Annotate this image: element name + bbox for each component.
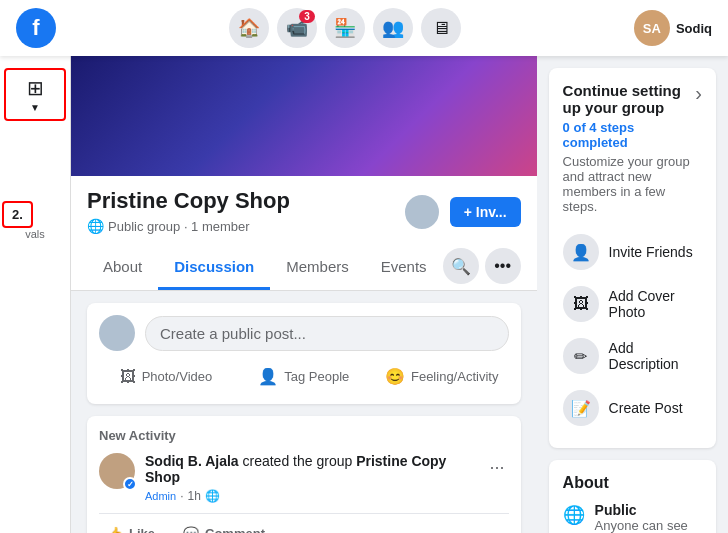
tab-discussion[interactable]: Discussion	[158, 246, 270, 290]
page-layout: ⊞ ▼ 1. 2. vals Pristine Copy Shop 🌐 Publ…	[0, 56, 728, 533]
dot-separator: ·	[180, 489, 183, 503]
admin-badge-icon: ✓	[123, 477, 137, 491]
tag-people-label: Tag People	[284, 369, 349, 384]
nav-logo[interactable]: f	[16, 8, 56, 48]
public-icon: 🌐	[563, 504, 585, 526]
comment-icon: 💬	[183, 526, 199, 533]
create-post-label: Create Post	[609, 400, 683, 416]
setup-invite-friends[interactable]: 👤 Invite Friends	[563, 226, 702, 278]
group-meta-text: Public group · 1 member	[108, 219, 250, 234]
globe-icon: 🌐	[87, 218, 104, 234]
post-box: Create a public post... 🖼 Photo/Video 👤 …	[87, 303, 521, 404]
comment-label: Comment	[205, 526, 265, 533]
about-public-desc: Anyone can see who's in the group and wh…	[595, 518, 702, 533]
video-nav-icon[interactable]: 📹 3	[277, 8, 317, 48]
feeling-label: Feeling/Activity	[411, 369, 498, 384]
feeling-icon: 😊	[385, 367, 405, 386]
tab-members[interactable]: Members	[270, 246, 365, 290]
feeling-activity-button[interactable]: 😊 Feeling/Activity	[375, 361, 509, 392]
post-actions: 🖼 Photo/Video 👤 Tag People 😊 Feeling/Act…	[99, 361, 509, 392]
username-label: Sodiq	[676, 21, 712, 36]
invite-button[interactable]: + Inv...	[450, 197, 521, 227]
photo-video-icon: 🖼	[120, 368, 136, 386]
tag-people-icon: 👤	[258, 367, 278, 386]
about-public: 🌐 Public Anyone can see who's in the gro…	[563, 502, 702, 533]
invite-friends-label: Invite Friends	[609, 244, 693, 260]
add-description-icon: ✏	[563, 338, 599, 374]
setup-add-cover[interactable]: 🖼 Add Cover Photo	[563, 278, 702, 330]
post-box-input: Create a public post...	[99, 315, 509, 351]
home-nav-icon[interactable]: 🏠	[229, 8, 269, 48]
group-header-top: Pristine Copy Shop 🌐 Public group · 1 me…	[87, 188, 521, 246]
activity-text: Sodiq B. Ajala created the group Pristin…	[145, 453, 476, 485]
admin-text: Admin	[145, 490, 176, 502]
user-avatar: SA	[634, 10, 670, 46]
create-post-icon: 📝	[563, 390, 599, 426]
groups-nav-icon[interactable]: 👥	[373, 8, 413, 48]
setup-add-description[interactable]: ✏ Add Description	[563, 330, 702, 382]
group-search-button[interactable]: 🔍	[443, 248, 479, 284]
about-card: About 🌐 Public Anyone can see who's in t…	[549, 460, 716, 533]
activity-action: created the group	[243, 453, 357, 469]
sidebar-dropdown-icon: ▼	[30, 102, 40, 113]
left-sidebar: ⊞ ▼ 1. 2. vals	[0, 56, 71, 533]
about-public-content: Public Anyone can see who's in the group…	[595, 502, 702, 533]
activity-user: Sodiq B. Ajala	[145, 453, 239, 469]
activity-more-button[interactable]: ···	[486, 453, 509, 482]
group-info: Pristine Copy Shop 🌐 Public group · 1 me…	[87, 188, 290, 246]
setup-title: Continue setting up your group	[563, 82, 696, 116]
group-name: Pristine Copy Shop	[87, 188, 290, 214]
activity-item: ✓ Sodiq B. Ajala created the group Prist…	[99, 453, 509, 503]
globe-meta-icon: 🌐	[205, 489, 220, 503]
sidebar-vals-label: vals	[25, 228, 45, 240]
activity-content: Sodiq B. Ajala created the group Pristin…	[145, 453, 476, 503]
tab-about[interactable]: About	[87, 246, 158, 290]
right-sidebar: Continue setting up your group 0 of 4 st…	[537, 56, 728, 533]
group-meta: 🌐 Public group · 1 member	[87, 218, 290, 234]
setup-subtitle: Customize your group and attract new mem…	[563, 154, 696, 214]
like-button[interactable]: 👍 Like	[99, 522, 163, 533]
photo-video-label: Photo/Video	[142, 369, 213, 384]
activity-section: New Activity ✓ Sodiq B. Ajala created th…	[87, 416, 521, 533]
marketplace-nav-icon[interactable]: 🏪	[325, 8, 365, 48]
sidebar-label-2: 2.	[2, 201, 33, 228]
monitor-nav-icon[interactable]: 🖥	[421, 8, 461, 48]
nav-icons: 🏠 📹 3 🏪 👥 🖥	[229, 8, 461, 48]
feed-area: Create a public post... 🖼 Photo/Video 👤 …	[71, 291, 537, 533]
main-content: Pristine Copy Shop 🌐 Public group · 1 me…	[71, 56, 537, 533]
activity-avatar: ✓	[99, 453, 135, 489]
post-user-avatar	[99, 315, 135, 351]
tab-events[interactable]: Events	[365, 246, 443, 290]
about-public-title: Public	[595, 502, 702, 518]
comment-button[interactable]: 💬 Comment	[175, 522, 273, 533]
like-label: Like	[129, 526, 155, 533]
user-nav[interactable]: SA Sodiq	[634, 10, 712, 46]
notification-badge: 3	[299, 10, 315, 23]
setup-close-icon[interactable]: ›	[695, 82, 702, 105]
photo-video-button[interactable]: 🖼 Photo/Video	[99, 361, 233, 392]
group-tabs: About Discussion Members Events	[87, 246, 443, 290]
setup-create-post[interactable]: 📝 Create Post	[563, 382, 702, 434]
top-nav: f 🏠 📹 3 🏪 👥 🖥 SA Sodiq	[0, 0, 728, 56]
group-header: Pristine Copy Shop 🌐 Public group · 1 me…	[71, 176, 537, 291]
setup-card: Continue setting up your group 0 of 4 st…	[549, 68, 716, 448]
activity-meta: Admin · 1h 🌐	[145, 489, 476, 503]
setup-progress: 0 of 4 steps completed	[563, 120, 696, 150]
facebook-logo-icon: f	[32, 15, 39, 41]
activity-title: New Activity	[99, 428, 509, 443]
like-icon: 👍	[107, 526, 123, 533]
about-title: About	[563, 474, 702, 492]
tag-people-button[interactable]: 👤 Tag People	[237, 361, 371, 392]
avatar-initials: SA	[643, 21, 661, 36]
activity-reactions: 👍 Like 💬 Comment	[99, 513, 509, 533]
sidebar-widget-1[interactable]: ⊞ ▼ 1.	[4, 68, 66, 121]
invite-friends-icon: 👤	[563, 234, 599, 270]
add-description-label: Add Description	[609, 340, 702, 372]
cover-photo	[71, 56, 537, 176]
add-cover-photo-label: Add Cover Photo	[609, 288, 702, 320]
add-cover-photo-icon: 🖼	[563, 286, 599, 322]
group-more-button[interactable]: •••	[485, 248, 521, 284]
sidebar-widget-icon: ⊞	[27, 76, 44, 100]
group-avatar	[402, 192, 442, 232]
post-input-field[interactable]: Create a public post...	[145, 316, 509, 351]
